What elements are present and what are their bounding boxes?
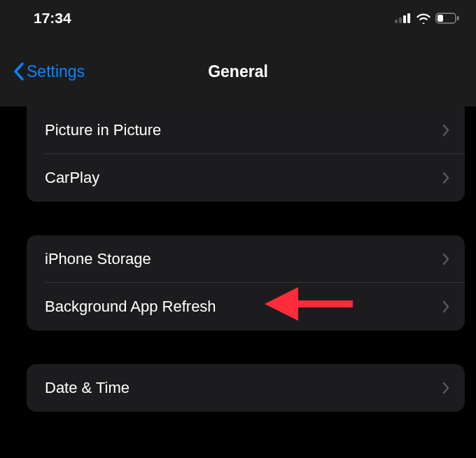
chevron-right-icon bbox=[442, 253, 449, 265]
row-iphone-storage[interactable]: iPhone Storage bbox=[27, 235, 465, 283]
svg-rect-0 bbox=[395, 20, 398, 23]
row-carplay[interactable]: CarPlay bbox=[27, 154, 465, 202]
settings-group: Date & Time bbox=[27, 364, 465, 412]
svg-rect-1 bbox=[399, 18, 402, 23]
settings-group: iPhone Storage Background App Refresh bbox=[27, 235, 465, 331]
chevron-right-icon bbox=[442, 382, 449, 394]
battery-icon bbox=[435, 13, 459, 24]
chevron-right-icon bbox=[442, 172, 449, 184]
wifi-icon bbox=[416, 13, 431, 24]
row-label: Background App Refresh bbox=[45, 298, 216, 316]
settings-content: Picture in Picture CarPlay iPhone Storag… bbox=[0, 106, 476, 412]
chevron-right-icon bbox=[442, 124, 449, 137]
status-time: 17:34 bbox=[34, 10, 71, 27]
row-picture-in-picture[interactable]: Picture in Picture bbox=[27, 106, 465, 154]
chevron-right-icon bbox=[442, 300, 449, 313]
row-date-time[interactable]: Date & Time bbox=[27, 364, 465, 412]
row-label: Date & Time bbox=[45, 379, 130, 397]
row-background-app-refresh[interactable]: Background App Refresh bbox=[27, 283, 465, 331]
row-label: iPhone Storage bbox=[45, 250, 151, 268]
nav-bar: Settings General bbox=[0, 36, 476, 106]
back-label: Settings bbox=[27, 62, 85, 81]
svg-rect-2 bbox=[403, 15, 406, 23]
status-bar: 17:34 bbox=[0, 0, 476, 36]
svg-rect-3 bbox=[407, 13, 410, 23]
row-label: CarPlay bbox=[45, 169, 99, 187]
back-button[interactable]: Settings bbox=[13, 62, 85, 81]
row-label: Picture in Picture bbox=[45, 121, 161, 139]
status-icons bbox=[395, 13, 459, 24]
svg-rect-6 bbox=[438, 15, 443, 22]
chevron-left-icon bbox=[13, 62, 25, 81]
cellular-icon bbox=[395, 13, 412, 23]
svg-rect-5 bbox=[457, 16, 459, 20]
page-title: General bbox=[208, 62, 268, 81]
settings-group: Picture in Picture CarPlay bbox=[27, 106, 465, 202]
